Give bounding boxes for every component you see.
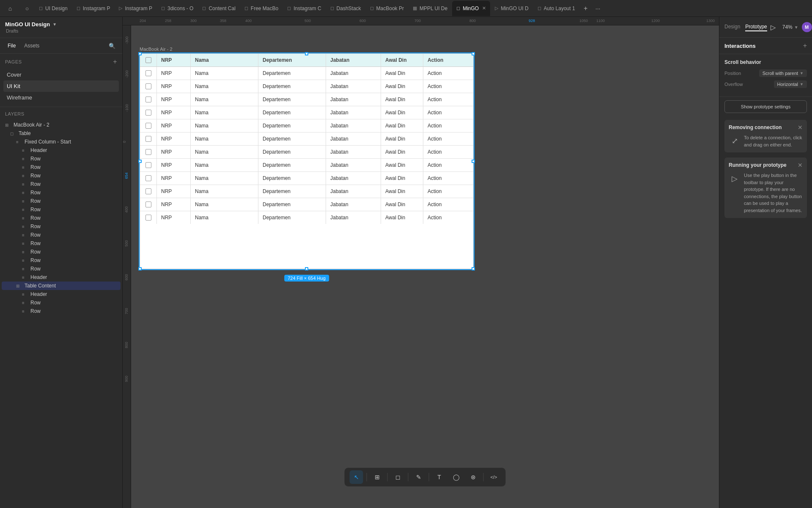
row-nrp: NRP xyxy=(157,185,191,198)
layer-row-1[interactable]: ≡ Row xyxy=(2,155,121,163)
layer-table-content[interactable]: ⊞ Table Content xyxy=(2,282,121,290)
frame-tool-button[interactable]: ⊞ xyxy=(370,470,384,484)
layer-row-2[interactable]: ≡ Row xyxy=(2,163,121,171)
layer-table[interactable]: ◻ Table xyxy=(2,129,121,138)
tab-macbook-p[interactable]: ◻ MacBook Pr xyxy=(366,1,408,16)
page-item-wireframe[interactable]: Wireframe xyxy=(3,92,119,103)
layer-row-12[interactable]: ≡ Row xyxy=(2,248,121,256)
resize-handle-bl[interactable] xyxy=(138,267,142,271)
add-tab-button[interactable]: + xyxy=(580,3,592,14)
add-page-button[interactable]: + xyxy=(113,58,117,66)
layer-row-7[interactable]: ≡ Row xyxy=(2,205,121,214)
sidebar-tab-assets[interactable]: Assets xyxy=(22,41,42,50)
layer-row-6[interactable]: ≡ Row xyxy=(2,197,121,205)
row-checkbox[interactable] xyxy=(145,97,151,102)
more-tabs-button[interactable]: ··· xyxy=(592,3,604,14)
row-checkbox[interactable] xyxy=(145,215,151,221)
tab-label: MPPL UI De xyxy=(420,6,447,11)
tab-auto-layout[interactable]: ◻ Auto Layout 1 xyxy=(533,1,579,16)
resize-handle-tr[interactable] xyxy=(472,52,475,55)
row-action: Action xyxy=(423,159,466,171)
layer-row-11[interactable]: ≡ Row xyxy=(2,239,121,248)
row-checkbox[interactable] xyxy=(145,202,151,207)
search-icon[interactable]: 🔍 xyxy=(107,41,117,51)
resize-handle-ml[interactable] xyxy=(138,160,142,163)
tab-label: Instagram P xyxy=(83,6,110,11)
layer-row-10[interactable]: ≡ Row xyxy=(2,231,121,239)
tab-mingo-ui[interactable]: ▷ MinGO UI D xyxy=(491,1,532,16)
row-dept: Departemen xyxy=(258,185,326,198)
home-icon[interactable]: ⌂ xyxy=(3,2,17,15)
zoom-control[interactable]: 74% ▼ xyxy=(782,24,798,30)
scroll-behavior-title: Scroll behavior xyxy=(724,59,761,65)
layer-row-4[interactable]: ≡ Row xyxy=(2,180,121,188)
show-prototype-settings-button[interactable]: Show prototype settings xyxy=(724,100,807,113)
tab-free-macbo[interactable]: ◻ Free MacBo xyxy=(240,1,283,16)
layer-row-14[interactable]: ≡ Row xyxy=(2,265,121,273)
sidebar-tabs: File Assets 🔍 xyxy=(0,38,122,54)
canvas-main[interactable]: MacBook Air - 2 xyxy=(131,25,719,508)
layer-row-15[interactable]: ≡ Row xyxy=(2,298,121,307)
row-checkbox[interactable] xyxy=(145,175,151,181)
resize-handle-tl[interactable] xyxy=(138,52,142,55)
layer-row-5[interactable]: ≡ Row xyxy=(2,188,121,197)
tab-3dicons[interactable]: ◻ 3dicons - O xyxy=(157,1,198,16)
overflow-dropdown[interactable]: Horizontal ▼ xyxy=(774,80,807,88)
globe-icon[interactable]: ○ xyxy=(20,2,34,15)
tab-instagram-c[interactable]: ◻ Instagram C xyxy=(283,1,325,16)
resize-handle-tm[interactable] xyxy=(305,52,308,55)
resize-handle-br[interactable] xyxy=(472,267,475,271)
code-tool-button[interactable]: </> xyxy=(487,470,501,484)
row-checkbox[interactable] xyxy=(145,110,151,116)
comment-tool-button[interactable]: ◯ xyxy=(450,470,463,484)
add-interaction-button[interactable]: + xyxy=(803,42,807,50)
text-tool-button[interactable]: T xyxy=(433,470,446,484)
tab-ui-design[interactable]: ◻ UI Design xyxy=(35,1,72,16)
sidebar-tab-file[interactable]: File xyxy=(5,41,18,50)
layer-header-2[interactable]: ≡ Header xyxy=(2,273,121,282)
row-checkbox[interactable] xyxy=(145,70,151,76)
tab-mppl[interactable]: ▦ MPPL UI De xyxy=(409,1,452,16)
position-dropdown[interactable]: Scroll with parent ▼ xyxy=(759,69,807,77)
row-awal: Awal Din xyxy=(381,67,423,80)
row-checkbox[interactable] xyxy=(145,83,151,89)
layer-icon: ≡ xyxy=(22,258,28,263)
header-checkbox[interactable] xyxy=(145,57,151,63)
layer-header-3[interactable]: ≡ Header xyxy=(2,290,121,298)
layer-header-1[interactable]: ≡ Header xyxy=(2,146,121,155)
resize-handle-bm[interactable] xyxy=(305,267,308,271)
layer-label: Row xyxy=(30,232,41,238)
row-checkbox[interactable] xyxy=(145,123,151,129)
page-item-uikit[interactable]: UI Kit xyxy=(3,80,119,92)
layer-row-9[interactable]: ≡ Row xyxy=(2,222,121,231)
tab-prototype[interactable]: Prototype xyxy=(745,23,767,31)
tab-close-icon[interactable]: ✕ xyxy=(482,6,486,11)
tab-design[interactable]: Design xyxy=(724,23,740,31)
pen-tool-button[interactable]: ✎ xyxy=(412,470,425,484)
tab-instagram-p1[interactable]: ◻ Instagram P xyxy=(72,1,115,16)
project-name[interactable]: MinGO UI Design ▼ xyxy=(5,21,117,28)
layer-fixed-col[interactable]: ≡ Fixed Column - Start xyxy=(2,138,121,146)
frame-box[interactable]: NRP Nama Departemen Jabatan Awal Din Act… xyxy=(140,53,474,269)
page-item-cover[interactable]: Cover xyxy=(3,69,119,80)
play-button[interactable]: ▷ xyxy=(767,21,779,33)
resize-handle-mr[interactable] xyxy=(472,160,475,163)
tab-dashstack[interactable]: ◻ DashStack xyxy=(326,1,365,16)
layer-row-8[interactable]: ≡ Row xyxy=(2,214,121,222)
layer-row-16[interactable]: ≡ Row xyxy=(2,307,121,315)
running-prototype-close-button[interactable]: ✕ xyxy=(798,162,803,168)
shape-tool-button[interactable]: ◻ xyxy=(391,470,405,484)
row-checkbox[interactable] xyxy=(145,149,151,155)
row-checkbox[interactable] xyxy=(145,162,151,168)
row-checkbox[interactable] xyxy=(145,188,151,194)
row-checkbox[interactable] xyxy=(145,136,151,142)
layer-row-3[interactable]: ≡ Row xyxy=(2,171,121,180)
tab-mingo[interactable]: ◻ MinGO ✕ xyxy=(452,1,490,16)
layer-macbook[interactable]: ⊞ MacBook Air - 2 xyxy=(2,121,121,129)
removing-connection-close-button[interactable]: ✕ xyxy=(798,124,803,131)
select-tool-button[interactable]: ↖ xyxy=(350,470,363,484)
component-tool-button[interactable]: ⊛ xyxy=(466,470,480,484)
tab-instagram-p2[interactable]: ▷ Instagram P xyxy=(115,1,156,16)
layer-row-13[interactable]: ≡ Row xyxy=(2,256,121,265)
tab-content-cal[interactable]: ◻ Content Cal xyxy=(198,1,239,16)
